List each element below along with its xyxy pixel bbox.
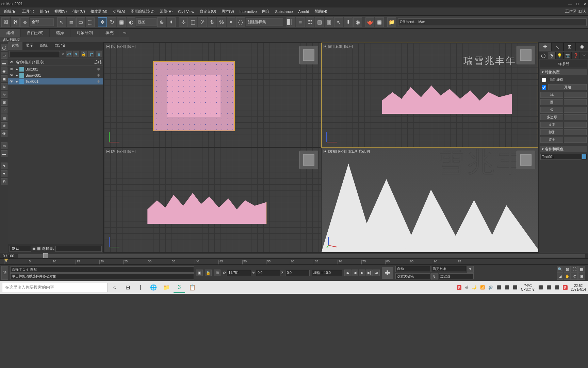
search-funnel-icon[interactable]: ▼ bbox=[73, 51, 79, 57]
sub-lights-icon[interactable]: 💡 bbox=[555, 52, 564, 59]
menu-content[interactable]: 内容 bbox=[260, 8, 272, 15]
z-coord-field[interactable]: 0.0 bbox=[285, 270, 310, 276]
filter-frozen-icon[interactable]: ❄ bbox=[1, 122, 7, 129]
ribbon-subtab[interactable]: 多边形建模 bbox=[0, 37, 129, 43]
visibility-icon[interactable]: 👁 bbox=[10, 73, 14, 77]
key-options-icon[interactable]: ▾ bbox=[467, 266, 474, 273]
menu-create[interactable]: 创建(C) bbox=[70, 8, 87, 15]
ime-indicator[interactable]: 英 bbox=[465, 285, 469, 290]
snowflake-icon[interactable]: ❄ bbox=[97, 79, 102, 84]
cp-tab-modify[interactable]: ◺ bbox=[551, 42, 564, 51]
viewport-perspective[interactable]: [+] [透视] [标准] [默认明暗处理] 雪兆丰 bbox=[322, 148, 538, 252]
move-icon[interactable]: ✥ bbox=[98, 17, 107, 27]
btn-r6[interactable] bbox=[564, 129, 587, 135]
layer-explorer-icon[interactable]: ▤ bbox=[315, 17, 324, 27]
viewcube[interactable] bbox=[299, 46, 318, 64]
maxscript-icon[interactable]: 送 bbox=[1, 266, 8, 280]
scene-item-snow001[interactable]: 👁 ● Snow001 ❄ bbox=[8, 72, 103, 78]
mirror-icon[interactable]: ▊▏ bbox=[287, 17, 295, 27]
lock-icon[interactable]: 🔒 bbox=[81, 51, 87, 57]
layer-dropdown[interactable]: 默认 bbox=[10, 246, 31, 252]
snap-toggle-icon[interactable]: ⊹ bbox=[179, 17, 188, 27]
sub-cameras-icon[interactable]: 📷 bbox=[564, 52, 572, 59]
tray-app3-icon[interactable]: ⬛ bbox=[513, 285, 518, 290]
layers-stack-icon[interactable]: ☰ bbox=[32, 246, 36, 251]
se-col-name[interactable]: 名称(按升序排序) bbox=[16, 60, 94, 65]
curve-editor-icon[interactable]: { } bbox=[236, 17, 245, 27]
zoom-all-icon[interactable]: ⊡ bbox=[564, 266, 571, 273]
viewcube[interactable] bbox=[517, 151, 535, 169]
filter-shapes-icon[interactable]: ▬ bbox=[1, 60, 7, 66]
chrome-icon[interactable]: 🌐 bbox=[148, 282, 159, 293]
btn-r4[interactable] bbox=[564, 114, 587, 120]
start-new-shape-button[interactable]: 开始 bbox=[548, 84, 587, 90]
max-viewport-icon[interactable]: ⊞ bbox=[578, 273, 585, 280]
fov-icon[interactable]: ◢ bbox=[557, 273, 564, 280]
select-by-name-icon[interactable]: ≣ bbox=[67, 17, 76, 27]
menu-customize[interactable]: 自定义(U) bbox=[198, 8, 218, 15]
angle-snap-icon[interactable]: ◫ bbox=[189, 17, 197, 27]
ribbon-tab-selection[interactable]: 选择 bbox=[50, 29, 70, 37]
menu-edit[interactable]: 编辑(E) bbox=[2, 8, 19, 15]
persp-geometry[interactable] bbox=[322, 148, 538, 252]
btn-r3[interactable] bbox=[564, 107, 587, 113]
filter-geometry-icon[interactable]: ▭ bbox=[1, 52, 7, 59]
filter-lights-icon[interactable]: ◉ bbox=[1, 67, 7, 74]
minimize-icon[interactable]: — bbox=[568, 2, 572, 6]
se-tab-customize[interactable]: 自定义 bbox=[51, 42, 69, 50]
windows-search[interactable]: 在这里输入你要搜索的内容 bbox=[2, 283, 108, 292]
circle-button[interactable]: 圆 bbox=[540, 99, 563, 105]
egg-button[interactable]: 卵形 bbox=[540, 129, 563, 135]
open-folder-icon[interactable]: 📁 bbox=[387, 17, 396, 27]
text3d-object[interactable]: 瑞雪兆丰年 bbox=[463, 55, 516, 67]
x-coord-field[interactable]: 11.751 bbox=[227, 270, 251, 276]
btn-r2[interactable] bbox=[564, 99, 587, 105]
select-object-icon[interactable]: ↖ bbox=[57, 17, 66, 27]
visibility-icon[interactable]: 👁 bbox=[10, 67, 14, 71]
menu-help[interactable]: 帮助(H) bbox=[312, 8, 329, 15]
rotate-icon[interactable]: ↻ bbox=[108, 17, 116, 27]
scene-item-text001[interactable]: 👁 ● Text001 ❄ bbox=[8, 78, 103, 85]
rectangle-select-icon[interactable]: ▭ bbox=[76, 17, 85, 27]
autogrid-checkbox[interactable] bbox=[542, 78, 546, 82]
temp-widget[interactable]: 74°CCPU温度 bbox=[521, 284, 535, 291]
sub-spacewarp-icon[interactable]: 〰 bbox=[580, 52, 588, 59]
se-tab-display[interactable]: 显示 bbox=[22, 42, 37, 50]
placement-icon[interactable]: ◐ bbox=[127, 17, 135, 27]
visibility-dot-icon[interactable]: ● bbox=[16, 67, 18, 71]
material-editor-icon[interactable]: ◉ bbox=[353, 17, 362, 27]
filter-bone-icon[interactable]: ⟋ bbox=[1, 107, 7, 113]
time-slider-handle[interactable] bbox=[43, 253, 48, 259]
menu-views[interactable]: 视图(V) bbox=[52, 8, 69, 15]
viewport-left[interactable]: [+] [左] [标准] [线框] bbox=[104, 148, 321, 252]
explorer-icon[interactable]: 📁 bbox=[161, 282, 172, 293]
ribbon-tab-freeform[interactable]: 自由形式 bbox=[21, 29, 50, 37]
toggle-ribbon-icon[interactable]: ▦ bbox=[325, 17, 333, 27]
goto-start-icon[interactable]: ⏮ bbox=[344, 270, 351, 276]
ribbon-tab-objectpaint[interactable]: 对象绘制 bbox=[70, 29, 99, 37]
zoom-extents-all-icon[interactable]: ▦ bbox=[578, 266, 585, 273]
link-icon[interactable]: ⛓ bbox=[1, 17, 10, 27]
lock-selection-icon[interactable]: 🔒 bbox=[205, 270, 212, 276]
cp-tab-motion[interactable]: ◉ bbox=[576, 42, 588, 51]
cp-tab-create[interactable]: ✚ bbox=[539, 42, 551, 51]
filter-spacewarps-icon[interactable]: ∿ bbox=[1, 91, 7, 98]
btn-r5[interactable] bbox=[564, 122, 587, 128]
ribbon-tab-populate[interactable]: 填充 bbox=[99, 29, 120, 37]
zoom-icon[interactable]: 🔍 bbox=[557, 266, 564, 273]
key-filters-button[interactable]: 过滤器... bbox=[439, 273, 474, 279]
filter-groups-icon[interactable]: ⊞ bbox=[1, 99, 7, 106]
tray-volume-icon[interactable]: 🔊 bbox=[488, 285, 493, 290]
sub-geometry-icon[interactable]: ◯ bbox=[539, 52, 547, 59]
menu-grapheditors[interactable]: 图形编辑器(D) bbox=[129, 8, 157, 15]
pan-icon[interactable]: ✋ bbox=[564, 273, 571, 280]
collapse-icon[interactable]: ⊟ bbox=[96, 51, 102, 57]
select-filter-icon[interactable]: ▼ bbox=[1, 170, 7, 177]
prev-frame-icon[interactable]: ◀ bbox=[352, 270, 358, 276]
schematic-view-icon[interactable]: ⬇ bbox=[344, 17, 353, 27]
next-frame-icon[interactable]: ▶| bbox=[366, 270, 373, 276]
selection-scope-dropdown[interactable]: 全部 bbox=[30, 18, 54, 26]
render-frame-icon[interactable]: ▣ bbox=[375, 17, 384, 27]
se-tab-select[interactable]: 选择 bbox=[8, 42, 22, 50]
btn-r7[interactable] bbox=[564, 137, 587, 143]
